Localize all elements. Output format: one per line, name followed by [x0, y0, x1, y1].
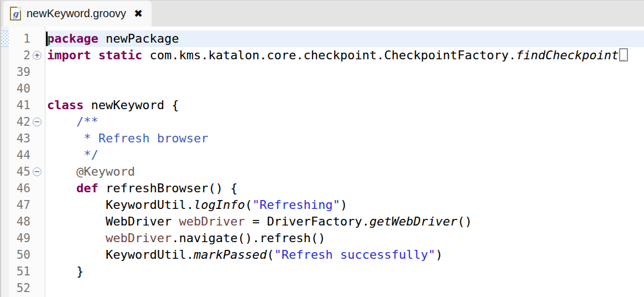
code-token — [47, 231, 106, 245]
line-number: 45 — [9, 163, 32, 180]
line-number: 44 — [9, 147, 32, 163]
collapsed-region-indicator[interactable]: ‥ — [619, 48, 628, 62]
line-number: 49 — [9, 230, 32, 247]
code-line[interactable]: package newPackage — [45, 30, 644, 47]
editor-window: g newKeyword.groovy ✖ 123940414243444546… — [0, 0, 644, 297]
line-number: 48 — [9, 213, 32, 230]
code-line[interactable]: KeywordUtil.logInfo("Refreshing") — [45, 197, 644, 213]
code-token: = DriverFactory. — [245, 214, 370, 228]
code-line[interactable]: import static com.kms.katalon.core.check… — [45, 47, 644, 64]
code-token: webDriver — [106, 231, 172, 245]
code-token: () — [458, 214, 472, 228]
annotation-ruler — [1, 27, 9, 297]
code-token: package — [47, 32, 98, 45]
code-line[interactable] — [45, 80, 644, 97]
code-token: KeywordUtil. — [47, 198, 194, 212]
code-token: refreshBrowser() { — [98, 181, 238, 195]
code-token: markPassed — [194, 248, 267, 262]
code-text-area[interactable]: package newPackageimport static com.kms.… — [45, 27, 644, 297]
code-token: */ — [47, 148, 98, 162]
line-number: 51 — [9, 263, 32, 280]
line-number: 46 — [9, 180, 32, 197]
folding-ruler: +−− — [32, 27, 45, 297]
line-number: 50 — [9, 247, 32, 263]
code-token: "Refresh successfully" — [274, 248, 435, 262]
line-number: 42 — [9, 114, 32, 130]
code-line[interactable]: KeywordUtil.markPassed("Refresh successf… — [45, 247, 644, 263]
code-token: } — [47, 264, 84, 278]
caret-mark — [48, 36, 49, 46]
line-number: 2 — [9, 47, 32, 64]
code-line[interactable]: webDriver.navigate().refresh() — [45, 230, 644, 247]
line-number: 41 — [9, 97, 32, 114]
occurrence-annotation — [1, 30, 9, 47]
code-token: * Refresh browser — [47, 131, 208, 145]
code-token: WebDriver — [47, 214, 179, 228]
code-token: ( — [245, 198, 252, 212]
code-token: com.kms.katalon.core.checkpoint.Checkpoi… — [142, 48, 516, 62]
code-token: .navigate().refresh() — [172, 231, 325, 245]
code-line[interactable]: @Keyword — [45, 163, 644, 180]
collapsed-dots: ‥ — [621, 56, 625, 62]
code-token: def — [76, 181, 98, 195]
code-token: class — [47, 98, 84, 112]
code-token: ) — [435, 248, 443, 262]
code-token: @Keyword — [47, 165, 135, 178]
line-number: 47 — [9, 197, 32, 213]
code-token: getWebDriver — [370, 214, 458, 228]
code-token: ) — [340, 198, 347, 212]
fold-collapse-icon[interactable]: − — [33, 167, 41, 176]
line-number: 40 — [9, 80, 32, 97]
code-line[interactable]: * Refresh browser — [45, 130, 644, 147]
code-line[interactable]: def refreshBrowser() { — [45, 180, 644, 197]
code-token: newPackage — [98, 32, 179, 45]
code-token: import static — [47, 48, 142, 62]
code-token: KeywordUtil. — [47, 248, 194, 262]
page-fold-corner — [17, 7, 21, 11]
line-number: 39 — [9, 64, 32, 80]
code-line[interactable]: /** — [45, 114, 644, 130]
code-line[interactable]: */ — [45, 147, 644, 163]
line-number: 43 — [9, 130, 32, 147]
line-number: 1 — [9, 30, 32, 47]
code-line[interactable] — [45, 64, 644, 80]
code-line[interactable]: } — [45, 263, 644, 280]
code-token: findCheckpoint — [516, 48, 619, 62]
code-token: /** — [47, 115, 98, 129]
fold-collapse-icon[interactable]: − — [33, 117, 41, 126]
groovy-file-icon: g — [10, 7, 21, 21]
code-token: webDriver — [179, 214, 245, 228]
close-tab-icon[interactable]: ✖ — [134, 8, 143, 19]
tab-newkeyword-groovy[interactable]: g newKeyword.groovy ✖ — [3, 1, 152, 27]
code-token — [47, 181, 76, 195]
line-number-ruler: 123940414243444546474849505152 — [9, 27, 32, 297]
code-editor: 123940414243444546474849505152 +−− packa… — [1, 27, 644, 297]
code-line[interactable]: class newKeyword { — [45, 97, 644, 114]
code-token: ( — [267, 248, 274, 262]
editor-tab-bar: g newKeyword.groovy ✖ — [1, 0, 644, 27]
code-line[interactable] — [45, 280, 644, 296]
code-line[interactable]: WebDriver webDriver = DriverFactory.getW… — [45, 213, 644, 230]
code-token: newKeyword { — [84, 98, 179, 112]
line-number: 52 — [9, 280, 32, 296]
code-token: "Refreshing" — [252, 198, 340, 212]
code-token: logInfo — [194, 198, 245, 212]
fold-expand-icon[interactable]: + — [33, 51, 41, 60]
tab-title: newKeyword.groovy — [27, 7, 126, 20]
